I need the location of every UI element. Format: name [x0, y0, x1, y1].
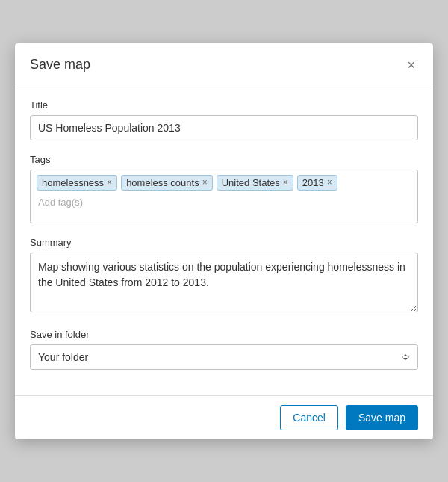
summary-label: Summary: [30, 237, 418, 248]
title-field-group: Title: [30, 99, 418, 140]
tag-homeless-counts: homeless counts ×: [121, 175, 213, 191]
tag-united-states: United States ×: [217, 175, 293, 191]
tag-remove-homeless-counts[interactable]: ×: [202, 178, 208, 187]
dialog-overlay: Save map × Title Tags homelessness ×: [0, 0, 448, 482]
tag-text: homelessness: [42, 177, 104, 188]
save-map-button[interactable]: Save map: [346, 405, 418, 430]
summary-field-group: Summary Map showing various statistics o…: [30, 237, 418, 315]
tags-container[interactable]: homelessness × homeless counts × United …: [30, 170, 418, 223]
dialog-footer: Cancel Save map: [15, 395, 433, 439]
folder-select[interactable]: Your folder: [30, 344, 418, 370]
tags-row: homelessness × homeless counts × United …: [37, 175, 411, 191]
tag-text: United States: [222, 177, 280, 188]
tag-remove-homelessness[interactable]: ×: [107, 178, 112, 187]
tag-remove-united-states[interactable]: ×: [283, 178, 288, 187]
title-label: Title: [30, 99, 418, 111]
cancel-button[interactable]: Cancel: [280, 405, 338, 430]
dialog-title: Save map: [30, 57, 90, 72]
dialog-header: Save map ×: [15, 43, 433, 84]
tags-field-group: Tags homelessness × homeless counts × Un…: [30, 154, 418, 223]
add-tag-placeholder[interactable]: Add tag(s): [37, 194, 411, 211]
folder-field-group: Save in folder Your folder: [30, 329, 418, 370]
close-button[interactable]: ×: [404, 57, 418, 73]
tags-label: Tags: [30, 154, 418, 165]
title-input[interactable]: [30, 115, 418, 140]
tag-text: 2013: [302, 177, 324, 188]
tag-2013: 2013 ×: [297, 175, 337, 191]
tag-text: homeless counts: [126, 177, 199, 188]
dialog-body: Title Tags homelessness × homeless count…: [15, 84, 433, 395]
folder-label: Save in folder: [30, 329, 418, 340]
folder-select-wrapper: Your folder: [30, 344, 418, 370]
summary-input[interactable]: Map showing various statistics on the po…: [30, 253, 418, 312]
save-map-dialog: Save map × Title Tags homelessness ×: [15, 43, 433, 439]
tag-homelessness: homelessness ×: [37, 175, 117, 191]
tag-remove-2013[interactable]: ×: [327, 178, 332, 187]
